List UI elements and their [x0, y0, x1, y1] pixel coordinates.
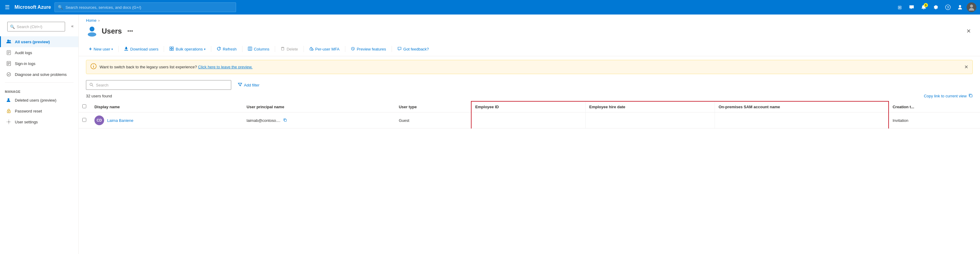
toolbar-separator-6 — [304, 46, 304, 52]
sidebar-item-deleted-users[interactable]: Deleted users (preview) — [0, 95, 78, 106]
col-header-employee-id: Employee ID — [471, 101, 585, 113]
toolbar-separator-7 — [345, 46, 345, 52]
info-banner-close-button[interactable]: ✕ — [964, 64, 968, 70]
display-name-cell: CD Laima Baniene — [91, 113, 243, 129]
sidebar-item-audit-logs-label: Audit logs — [15, 51, 32, 55]
refresh-icon — [217, 46, 221, 52]
global-search: 🔍 — [54, 2, 236, 12]
feedback-icon-button[interactable] — [906, 2, 917, 13]
toolbar-separator-4 — [242, 46, 242, 52]
download-icon — [124, 46, 128, 52]
breadcrumb-home-link[interactable]: Home — [86, 18, 97, 23]
svg-rect-28 — [282, 48, 284, 50]
search-filter-row: Add filter — [79, 78, 980, 92]
sidebar-item-sign-in-logs-label: Sign-in logs — [15, 61, 35, 66]
svg-point-35 — [90, 83, 92, 86]
feedback-icon — [398, 46, 402, 52]
settings-icon-button[interactable] — [931, 2, 941, 13]
download-users-button[interactable]: Download users — [121, 45, 161, 54]
col-header-creation: Creation t... — [889, 101, 980, 113]
svg-rect-23 — [170, 49, 171, 51]
svg-point-13 — [7, 73, 11, 76]
svg-point-16 — [8, 111, 9, 112]
delete-button[interactable]: Delete — [278, 45, 301, 54]
main-layout: 🔍 « All users (preview) Audit logs Sign-… — [0, 14, 980, 254]
plus-icon: + — [89, 46, 92, 52]
copy-upn-button[interactable] — [282, 117, 288, 123]
row-checkbox-cell — [79, 113, 91, 129]
sidebar-item-password-reset[interactable]: Password reset — [0, 106, 78, 116]
account-icon-button[interactable] — [955, 2, 966, 13]
sidebar: 🔍 « All users (preview) Audit logs Sign-… — [0, 14, 79, 254]
table-row: CD Laima Baniene laimab@contoso.... — [79, 113, 980, 129]
sidebar-item-audit-logs[interactable]: Audit logs — [0, 47, 78, 58]
per-user-mfa-button[interactable]: Per-user MFA — [306, 45, 343, 54]
col-header-checkbox — [79, 101, 91, 113]
user-name-link[interactable]: Laima Baniene — [107, 118, 134, 123]
sidebar-search: 🔍 — [7, 22, 65, 32]
toolbar-separator-2 — [164, 46, 164, 52]
info-banner-link[interactable]: Click here to leave the preview. — [198, 65, 252, 69]
page-header: Users ••• ✕ — [79, 25, 980, 42]
copy-link-button[interactable]: Copy link to current view — [924, 94, 973, 98]
sidebar-item-sign-in-logs[interactable]: Sign-in logs — [0, 58, 78, 69]
svg-rect-24 — [172, 49, 173, 51]
upn-cell: laimab@contoso.... — [243, 113, 395, 129]
sidebar-search-icon: 🔍 — [10, 24, 15, 29]
svg-point-3 — [7, 40, 9, 41]
search-box — [86, 80, 231, 90]
user-settings-icon — [6, 119, 12, 125]
brand-name: Microsoft Azure — [14, 5, 51, 10]
notifications-icon-button[interactable]: 1 — [918, 2, 929, 13]
add-filter-button[interactable]: Add filter — [234, 81, 263, 89]
page-close-button[interactable]: ✕ — [964, 27, 973, 36]
search-icon: 🔍 — [58, 5, 63, 10]
svg-rect-34 — [93, 66, 94, 68]
sidebar-item-all-users[interactable]: All users (preview) — [0, 36, 78, 47]
info-banner-icon — [91, 63, 97, 71]
notification-badge: 1 — [924, 3, 928, 7]
svg-point-33 — [93, 65, 94, 65]
user-type-cell: Guest — [395, 113, 471, 129]
sidebar-item-diagnose[interactable]: Diagnose and solve problems — [0, 69, 78, 80]
deleted-users-icon — [6, 97, 12, 103]
info-banner-text: Want to switch back to the legacy users … — [100, 65, 961, 69]
breadcrumb: Home › — [79, 14, 980, 25]
sidebar-item-user-settings[interactable]: User settings — [0, 116, 78, 127]
new-user-button[interactable]: + New user ▾ — [86, 44, 116, 54]
filter-icon — [238, 83, 242, 88]
breadcrumb-separator: › — [99, 18, 100, 23]
select-all-checkbox[interactable] — [82, 104, 86, 108]
global-search-input[interactable] — [65, 5, 233, 10]
preview-features-button[interactable]: Preview features — [348, 45, 389, 54]
refresh-button[interactable]: Refresh — [214, 45, 240, 54]
hamburger-button[interactable]: ☰ — [4, 3, 11, 12]
columns-button[interactable]: Columns — [245, 45, 272, 54]
hire-date-cell — [585, 113, 714, 129]
svg-text:?: ? — [947, 6, 949, 10]
svg-point-30 — [312, 49, 313, 51]
help-icon-button[interactable]: ? — [942, 2, 953, 13]
portal-icon-button[interactable]: ⊞ — [894, 2, 905, 13]
avatar[interactable] — [967, 2, 976, 12]
svg-rect-25 — [248, 47, 252, 51]
search-input[interactable] — [96, 83, 228, 87]
col-header-upn: User principal name — [243, 101, 395, 113]
user-avatar: CD — [94, 116, 104, 125]
svg-rect-37 — [970, 95, 972, 97]
search-box-icon — [89, 83, 94, 88]
sidebar-item-all-users-label: All users (preview) — [15, 40, 50, 44]
got-feedback-button[interactable]: Got feedback? — [395, 45, 432, 54]
toolbar: + New user ▾ Download users Bulk operati… — [79, 42, 980, 56]
row-checkbox[interactable] — [82, 118, 86, 122]
employee-id-cell — [471, 113, 585, 129]
svg-rect-20 — [124, 50, 128, 51]
page-more-button[interactable]: ••• — [126, 27, 135, 36]
bulk-operations-button[interactable]: Bulk operations ▾ — [167, 45, 208, 54]
svg-point-14 — [8, 98, 10, 100]
page-icon — [86, 25, 98, 37]
sidebar-collapse-button[interactable]: « — [70, 23, 75, 29]
svg-rect-15 — [7, 111, 10, 113]
sidebar-search-input[interactable] — [17, 24, 62, 29]
svg-point-18 — [89, 27, 94, 32]
